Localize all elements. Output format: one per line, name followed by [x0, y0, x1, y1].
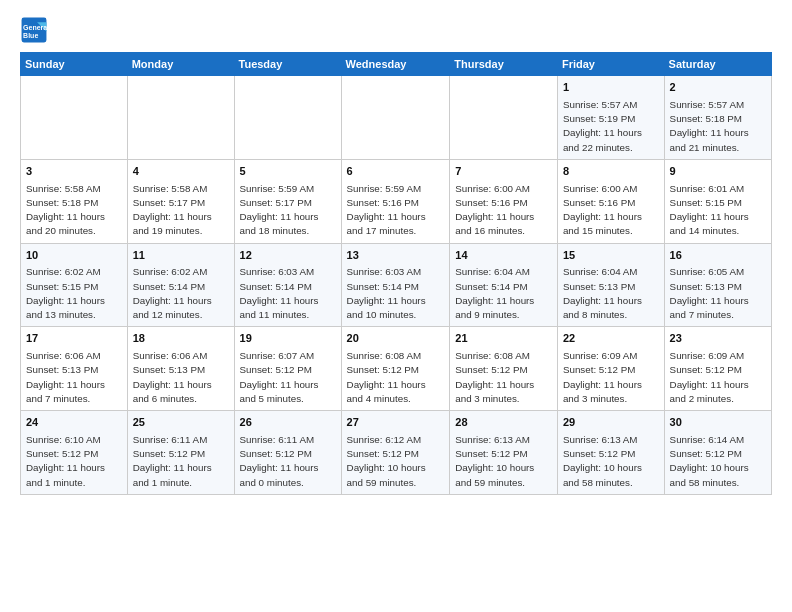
calendar-cell — [341, 76, 450, 160]
day-info: Sunrise: 6:01 AM Sunset: 5:15 PM Dayligh… — [670, 182, 766, 239]
day-info: Sunrise: 6:12 AM Sunset: 5:12 PM Dayligh… — [347, 433, 445, 490]
day-info: Sunrise: 6:07 AM Sunset: 5:12 PM Dayligh… — [240, 349, 336, 406]
day-number: 15 — [563, 248, 659, 264]
day-number: 27 — [347, 415, 445, 431]
day-number: 12 — [240, 248, 336, 264]
calendar-cell — [450, 76, 558, 160]
day-info: Sunrise: 6:00 AM Sunset: 5:16 PM Dayligh… — [563, 182, 659, 239]
calendar-week-4: 17Sunrise: 6:06 AM Sunset: 5:13 PM Dayli… — [21, 327, 772, 411]
day-info: Sunrise: 6:10 AM Sunset: 5:12 PM Dayligh… — [26, 433, 122, 490]
calendar-cell: 5Sunrise: 5:59 AM Sunset: 5:17 PM Daylig… — [234, 159, 341, 243]
header: General Blue — [20, 16, 772, 44]
day-info: Sunrise: 5:57 AM Sunset: 5:19 PM Dayligh… — [563, 98, 659, 155]
svg-text:General: General — [23, 24, 48, 31]
day-number: 29 — [563, 415, 659, 431]
day-number: 28 — [455, 415, 552, 431]
calendar-header-row: SundayMondayTuesdayWednesdayThursdayFrid… — [21, 53, 772, 76]
calendar-cell: 12Sunrise: 6:03 AM Sunset: 5:14 PM Dayli… — [234, 243, 341, 327]
day-number: 4 — [133, 164, 229, 180]
calendar-cell: 20Sunrise: 6:08 AM Sunset: 5:12 PM Dayli… — [341, 327, 450, 411]
day-info: Sunrise: 6:08 AM Sunset: 5:12 PM Dayligh… — [455, 349, 552, 406]
day-info: Sunrise: 6:09 AM Sunset: 5:12 PM Dayligh… — [563, 349, 659, 406]
day-number: 11 — [133, 248, 229, 264]
day-number: 1 — [563, 80, 659, 96]
calendar-cell: 21Sunrise: 6:08 AM Sunset: 5:12 PM Dayli… — [450, 327, 558, 411]
page: General Blue SundayMondayTuesdayWednesda… — [0, 0, 792, 511]
calendar-cell: 18Sunrise: 6:06 AM Sunset: 5:13 PM Dayli… — [127, 327, 234, 411]
day-number: 16 — [670, 248, 766, 264]
day-info: Sunrise: 6:11 AM Sunset: 5:12 PM Dayligh… — [133, 433, 229, 490]
calendar-cell: 15Sunrise: 6:04 AM Sunset: 5:13 PM Dayli… — [557, 243, 664, 327]
day-info: Sunrise: 5:59 AM Sunset: 5:16 PM Dayligh… — [347, 182, 445, 239]
day-info: Sunrise: 5:58 AM Sunset: 5:17 PM Dayligh… — [133, 182, 229, 239]
day-number: 6 — [347, 164, 445, 180]
day-info: Sunrise: 6:06 AM Sunset: 5:13 PM Dayligh… — [133, 349, 229, 406]
calendar-cell: 16Sunrise: 6:05 AM Sunset: 5:13 PM Dayli… — [664, 243, 771, 327]
calendar-table: SundayMondayTuesdayWednesdayThursdayFrid… — [20, 52, 772, 495]
day-number: 14 — [455, 248, 552, 264]
calendar-cell: 8Sunrise: 6:00 AM Sunset: 5:16 PM Daylig… — [557, 159, 664, 243]
logo-icon: General Blue — [20, 16, 48, 44]
svg-text:Blue: Blue — [23, 32, 38, 39]
day-info: Sunrise: 6:06 AM Sunset: 5:13 PM Dayligh… — [26, 349, 122, 406]
calendar-week-1: 1Sunrise: 5:57 AM Sunset: 5:19 PM Daylig… — [21, 76, 772, 160]
weekday-header-sunday: Sunday — [21, 53, 128, 76]
day-number: 20 — [347, 331, 445, 347]
day-number: 5 — [240, 164, 336, 180]
day-number: 23 — [670, 331, 766, 347]
calendar-cell: 2Sunrise: 5:57 AM Sunset: 5:18 PM Daylig… — [664, 76, 771, 160]
day-number: 25 — [133, 415, 229, 431]
day-number: 9 — [670, 164, 766, 180]
calendar-cell: 7Sunrise: 6:00 AM Sunset: 5:16 PM Daylig… — [450, 159, 558, 243]
calendar-cell: 22Sunrise: 6:09 AM Sunset: 5:12 PM Dayli… — [557, 327, 664, 411]
logo: General Blue — [20, 16, 52, 44]
calendar-cell: 29Sunrise: 6:13 AM Sunset: 5:12 PM Dayli… — [557, 411, 664, 495]
calendar-cell: 9Sunrise: 6:01 AM Sunset: 5:15 PM Daylig… — [664, 159, 771, 243]
day-info: Sunrise: 6:04 AM Sunset: 5:14 PM Dayligh… — [455, 265, 552, 322]
calendar-cell: 14Sunrise: 6:04 AM Sunset: 5:14 PM Dayli… — [450, 243, 558, 327]
day-info: Sunrise: 5:59 AM Sunset: 5:17 PM Dayligh… — [240, 182, 336, 239]
calendar-cell: 11Sunrise: 6:02 AM Sunset: 5:14 PM Dayli… — [127, 243, 234, 327]
day-info: Sunrise: 6:04 AM Sunset: 5:13 PM Dayligh… — [563, 265, 659, 322]
weekday-header-tuesday: Tuesday — [234, 53, 341, 76]
weekday-header-monday: Monday — [127, 53, 234, 76]
calendar-week-2: 3Sunrise: 5:58 AM Sunset: 5:18 PM Daylig… — [21, 159, 772, 243]
day-number: 2 — [670, 80, 766, 96]
day-info: Sunrise: 6:00 AM Sunset: 5:16 PM Dayligh… — [455, 182, 552, 239]
weekday-header-saturday: Saturday — [664, 53, 771, 76]
calendar-cell — [234, 76, 341, 160]
weekday-header-friday: Friday — [557, 53, 664, 76]
calendar-cell: 26Sunrise: 6:11 AM Sunset: 5:12 PM Dayli… — [234, 411, 341, 495]
day-info: Sunrise: 6:08 AM Sunset: 5:12 PM Dayligh… — [347, 349, 445, 406]
day-info: Sunrise: 6:11 AM Sunset: 5:12 PM Dayligh… — [240, 433, 336, 490]
calendar-cell: 13Sunrise: 6:03 AM Sunset: 5:14 PM Dayli… — [341, 243, 450, 327]
calendar-cell: 4Sunrise: 5:58 AM Sunset: 5:17 PM Daylig… — [127, 159, 234, 243]
calendar-cell — [127, 76, 234, 160]
day-number: 8 — [563, 164, 659, 180]
day-number: 7 — [455, 164, 552, 180]
day-info: Sunrise: 6:02 AM Sunset: 5:15 PM Dayligh… — [26, 265, 122, 322]
day-info: Sunrise: 6:09 AM Sunset: 5:12 PM Dayligh… — [670, 349, 766, 406]
day-number: 17 — [26, 331, 122, 347]
day-number: 26 — [240, 415, 336, 431]
calendar-cell: 1Sunrise: 5:57 AM Sunset: 5:19 PM Daylig… — [557, 76, 664, 160]
day-number: 19 — [240, 331, 336, 347]
weekday-header-wednesday: Wednesday — [341, 53, 450, 76]
day-number: 10 — [26, 248, 122, 264]
calendar-cell — [21, 76, 128, 160]
day-info: Sunrise: 6:03 AM Sunset: 5:14 PM Dayligh… — [240, 265, 336, 322]
day-number: 3 — [26, 164, 122, 180]
calendar-cell: 28Sunrise: 6:13 AM Sunset: 5:12 PM Dayli… — [450, 411, 558, 495]
day-number: 18 — [133, 331, 229, 347]
day-info: Sunrise: 6:13 AM Sunset: 5:12 PM Dayligh… — [563, 433, 659, 490]
calendar-cell: 17Sunrise: 6:06 AM Sunset: 5:13 PM Dayli… — [21, 327, 128, 411]
calendar-cell: 19Sunrise: 6:07 AM Sunset: 5:12 PM Dayli… — [234, 327, 341, 411]
calendar-week-3: 10Sunrise: 6:02 AM Sunset: 5:15 PM Dayli… — [21, 243, 772, 327]
day-number: 30 — [670, 415, 766, 431]
day-info: Sunrise: 6:02 AM Sunset: 5:14 PM Dayligh… — [133, 265, 229, 322]
weekday-header-thursday: Thursday — [450, 53, 558, 76]
day-number: 24 — [26, 415, 122, 431]
day-number: 22 — [563, 331, 659, 347]
calendar-cell: 27Sunrise: 6:12 AM Sunset: 5:12 PM Dayli… — [341, 411, 450, 495]
day-number: 21 — [455, 331, 552, 347]
